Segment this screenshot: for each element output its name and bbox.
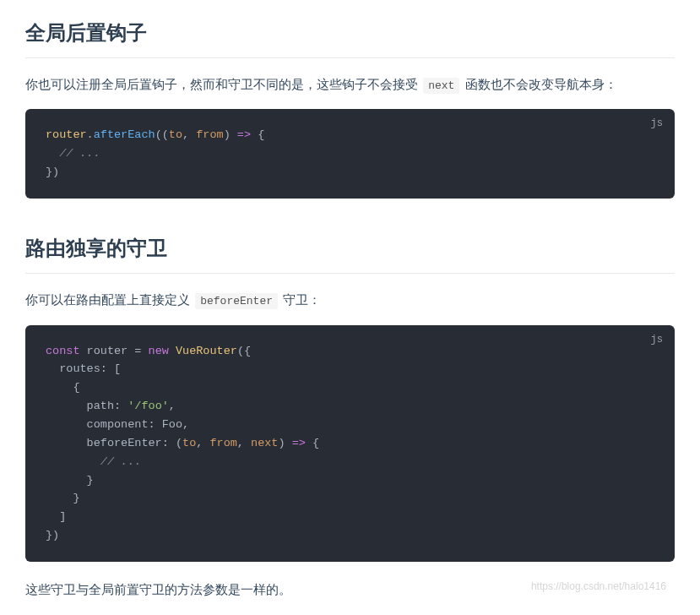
text-before-inline-1: 你也可以注册全局后置钩子，然而和守卫不同的是，这些钩子不会接受 bbox=[25, 77, 421, 91]
heading-global-after-hooks: 全局后置钩子 bbox=[25, 17, 675, 58]
para-intro-1: 你也可以注册全局后置钩子，然而和守卫不同的是，这些钩子不会接受 next 函数也… bbox=[25, 73, 675, 95]
code-content-1: router.afterEach((to, from) => { // ... … bbox=[46, 126, 654, 182]
inline-code-next: next bbox=[423, 78, 459, 94]
text-before-inline-2: 你可以在路由配置上直接定义 bbox=[25, 292, 193, 307]
inline-code-beforeenter: beforeEnter bbox=[195, 293, 278, 309]
text-after-inline-1: 函数也不会改变导航本身： bbox=[461, 77, 616, 91]
code-lang-label-2: js bbox=[651, 332, 663, 348]
heading-route-exclusive-guards: 路由独享的守卫 bbox=[25, 232, 675, 274]
text-after-inline-2: 守卫： bbox=[279, 292, 321, 307]
code-block-beforeenter: js const router = new VueRouter({ routes… bbox=[25, 325, 675, 562]
section-global-after-hooks: 全局后置钩子 你也可以注册全局后置钩子，然而和守卫不同的是，这些钩子不会接受 n… bbox=[25, 17, 675, 199]
para-intro-2: 你可以在路由配置上直接定义 beforeEnter 守卫： bbox=[25, 289, 675, 311]
code-block-aftereach: js router.afterEach((to, from) => { // .… bbox=[25, 109, 675, 199]
para-outro-2: 这些守卫与全局前置守卫的方法参数是一样的。 bbox=[25, 579, 675, 601]
code-content-2: const router = new VueRouter({ routes: [… bbox=[46, 342, 654, 545]
code-lang-label-1: js bbox=[651, 116, 663, 132]
section-route-exclusive-guards: 路由独享的守卫 你可以在路由配置上直接定义 beforeEnter 守卫： js… bbox=[25, 232, 675, 600]
